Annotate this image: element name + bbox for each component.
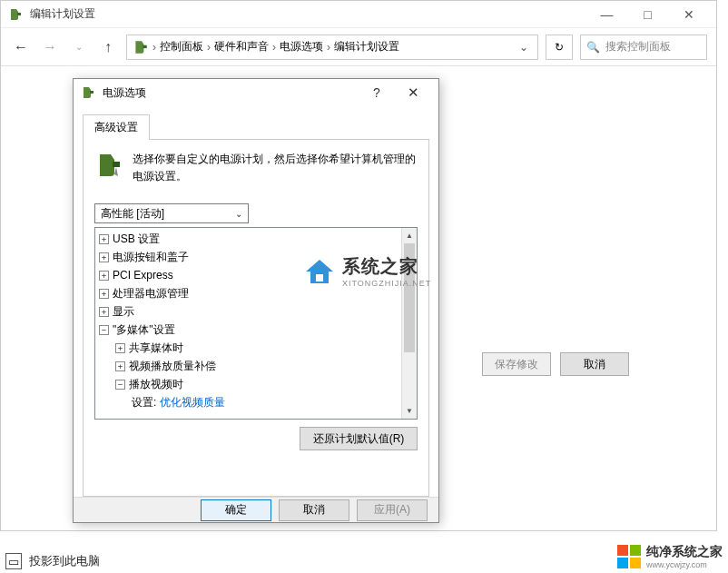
scroll-down-button[interactable]: ▼: [402, 403, 417, 419]
dialog-icon: [81, 85, 95, 100]
breadcrumb[interactable]: › 控制面板 › 硬件和声音 › 电源选项 › 编辑计划设置 ⌄: [126, 35, 538, 60]
power-plan-icon: [94, 151, 123, 180]
search-placeholder: 搜索控制面板: [605, 39, 671, 54]
tree-node-cpu[interactable]: +处理器电源管理: [99, 284, 413, 302]
dialog-footer: 确定 取消 应用(A): [74, 497, 438, 522]
expand-icon[interactable]: +: [115, 343, 125, 353]
recent-dropdown[interactable]: ⌄: [68, 36, 90, 58]
tab-panel: 选择你要自定义的电源计划，然后选择你希望计算机管理的电源设置。 高性能 [活动]…: [83, 139, 429, 497]
tab-strip: 高级设置: [83, 114, 429, 139]
tree-node-pci[interactable]: +PCI Express: [99, 266, 413, 284]
ok-button[interactable]: 确定: [201, 499, 271, 521]
maximize-button[interactable]: □: [627, 1, 668, 28]
expand-icon[interactable]: +: [99, 252, 109, 262]
expand-icon[interactable]: +: [99, 271, 109, 281]
breadcrumb-sep: ›: [272, 41, 276, 54]
svg-rect-6: [630, 545, 641, 556]
window-buttons: — □ ✕: [586, 1, 709, 28]
dialog-body: 高级设置 选择你要自定义的电源计划，然后选择你希望计算机管理的电源设置。 高性能…: [74, 106, 438, 497]
watermark2-sub: www.ycwjzy.com: [646, 560, 723, 569]
breadcrumb-item[interactable]: 硬件和声音: [214, 39, 269, 54]
project-icon: ▭: [5, 553, 22, 569]
tree-node-power-buttons[interactable]: +电源按钮和盖子: [99, 248, 413, 266]
svg-rect-5: [617, 545, 628, 556]
expand-icon[interactable]: +: [99, 234, 109, 244]
scroll-up-button[interactable]: ▲: [402, 228, 417, 243]
tree-node-multimedia[interactable]: −"多媒体"设置: [99, 321, 413, 339]
breadcrumb-sep: ›: [327, 41, 330, 54]
svg-rect-2: [90, 91, 93, 94]
svg-rect-8: [630, 558, 641, 568]
forward-button[interactable]: →: [39, 36, 61, 58]
dialog-help-button[interactable]: ?: [359, 79, 395, 106]
setting-value-link[interactable]: 优化视频质量: [160, 393, 225, 411]
dialog-title: 电源选项: [103, 85, 359, 101]
collapse-icon[interactable]: −: [115, 380, 125, 390]
breadcrumb-sep: ›: [207, 41, 211, 54]
cancel-button[interactable]: 取消: [279, 499, 349, 521]
dialog-close-button[interactable]: ✕: [395, 79, 431, 106]
up-button[interactable]: ↑: [97, 36, 119, 58]
svg-rect-3: [113, 162, 120, 167]
expand-icon[interactable]: +: [99, 307, 109, 317]
window-title: 编辑计划设置: [30, 6, 586, 22]
back-button[interactable]: ←: [10, 36, 32, 58]
power-options-icon: [8, 7, 23, 22]
save-button[interactable]: 保存修改: [482, 352, 551, 376]
tree-node-play-video[interactable]: −播放视频时: [99, 375, 413, 393]
titlebar: 编辑计划设置 — □ ✕: [1, 1, 716, 28]
breadcrumb-item[interactable]: 控制面板: [160, 39, 203, 54]
expand-icon[interactable]: +: [115, 361, 125, 371]
tree-node-usb[interactable]: +USB 设置: [99, 230, 413, 248]
tree-leaf-setting[interactable]: 设置: 优化视频质量: [99, 393, 413, 411]
watermark2-text: 纯净系统之家: [646, 544, 723, 558]
scroll-thumb[interactable]: [404, 243, 415, 352]
breadcrumb-icon: [133, 39, 149, 55]
collapse-icon[interactable]: −: [99, 325, 109, 335]
breadcrumb-item[interactable]: 编辑计划设置: [334, 39, 399, 54]
restore-row: 还原计划默认值(R): [94, 427, 418, 450]
plan-selector[interactable]: 高性能 [活动] ⌄: [94, 203, 249, 223]
windows-logo-icon: [617, 545, 641, 568]
search-input[interactable]: 🔍 搜索控制面板: [580, 35, 707, 60]
svg-rect-7: [617, 558, 628, 568]
project-label: 投影到此电脑: [29, 553, 100, 569]
setting-label: 设置:: [132, 393, 156, 411]
plan-selected-value: 高性能 [活动]: [101, 206, 164, 222]
settings-tree: +USB 设置 +电源按钮和盖子 +PCI Express +处理器电源管理 +…: [94, 227, 418, 420]
power-options-dialog: 电源选项 ? ✕ 高级设置 选择你要自定义的电源计划，然后选择你希望计算机管理的…: [73, 78, 439, 523]
watermark-ycwjzy: 纯净系统之家 www.ycwjzy.com: [617, 544, 723, 569]
refresh-button[interactable]: ↻: [546, 35, 573, 60]
tree-content: +USB 设置 +电源按钮和盖子 +PCI Express +处理器电源管理 +…: [95, 228, 417, 413]
breadcrumb-dropdown[interactable]: ⌄: [516, 41, 532, 54]
cancel-button[interactable]: 取消: [560, 352, 629, 376]
svg-rect-1: [143, 44, 147, 47]
tree-scrollbar[interactable]: ▲ ▼: [401, 228, 417, 419]
dialog-titlebar[interactable]: 电源选项 ? ✕: [74, 79, 438, 106]
navigation-toolbar: ← → ⌄ ↑ › 控制面板 › 硬件和声音 › 电源选项 › 编辑计划设置 ⌄…: [1, 28, 716, 66]
svg-rect-0: [17, 13, 21, 15]
close-button[interactable]: ✕: [668, 1, 709, 28]
taskbar-project-item[interactable]: ▭ 投影到此电脑: [5, 553, 100, 569]
apply-button[interactable]: 应用(A): [357, 499, 428, 521]
tree-node-video-quality-bias[interactable]: +视频播放质量补偿: [99, 357, 413, 375]
tab-advanced[interactable]: 高级设置: [83, 114, 150, 140]
tree-node-share-media[interactable]: +共享媒体时: [99, 339, 413, 357]
tree-node-display[interactable]: +显示: [99, 302, 413, 321]
search-icon: 🔍: [586, 41, 600, 54]
expand-icon[interactable]: +: [99, 289, 109, 299]
breadcrumb-sep: ›: [152, 41, 156, 54]
description-text: 选择你要自定义的电源计划，然后选择你希望计算机管理的电源设置。: [133, 151, 418, 185]
chevron-down-icon: ⌄: [235, 209, 242, 219]
description-row: 选择你要自定义的电源计划，然后选择你希望计算机管理的电源设置。: [94, 151, 418, 185]
page-action-row: 保存修改 取消: [482, 352, 629, 376]
breadcrumb-item[interactable]: 电源选项: [280, 39, 323, 54]
minimize-button[interactable]: —: [586, 1, 627, 28]
restore-defaults-button[interactable]: 还原计划默认值(R): [300, 427, 418, 450]
